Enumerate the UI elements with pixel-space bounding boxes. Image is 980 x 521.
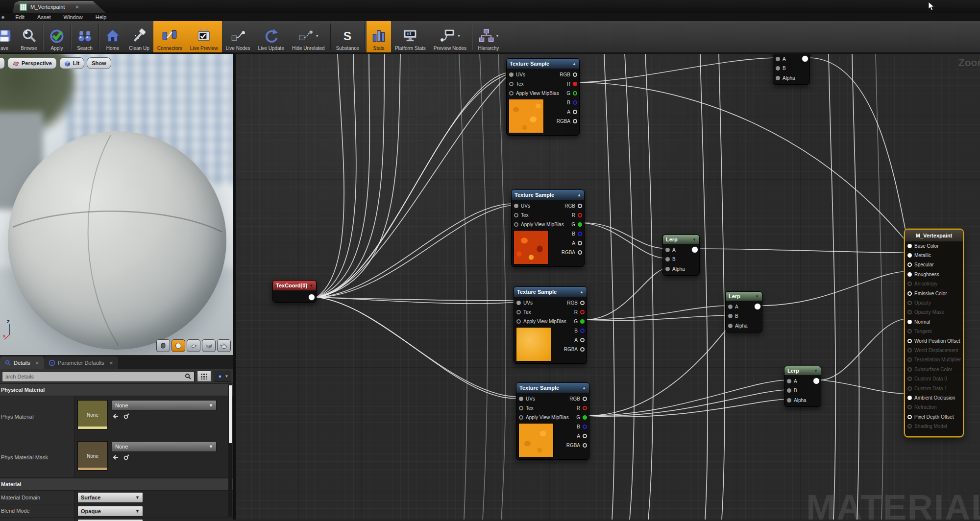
pin-row-rgb[interactable]: RGB [564,202,582,210]
pin-filled[interactable] [573,82,577,86]
pin-hollow[interactable] [907,339,912,343]
pin-hollow[interactable] [583,434,587,438]
node-lerp-4[interactable]: Lerp▼ABAlpha [773,54,810,85]
tab-close-icon[interactable]: ✕ [75,4,79,10]
browse-asset-icon[interactable] [123,454,129,460]
pin-filled[interactable] [776,76,780,80]
pin-row-b[interactable]: B [572,230,582,237]
pin-row-roughness[interactable]: Roughness [907,270,939,278]
toolbar-button-stats[interactable]: Stats [367,21,391,52]
pin-row-apply-view-mipbias[interactable]: Apply View MipBias [519,413,569,421]
pin-filled[interactable] [907,396,912,400]
pin-row-alpha[interactable]: Alpha [728,322,748,330]
pin-disabled[interactable] [907,424,912,428]
node-header[interactable]: Texture Sample▲ [507,59,579,69]
pin-filled[interactable] [665,248,670,252]
pin-row-uvs[interactable]: UVs [514,202,530,210]
pin-hollow[interactable] [578,213,582,217]
pin-row-a[interactable]: A [787,377,797,385]
chevron-down-icon[interactable]: ▼ [457,34,461,38]
pin-hollow[interactable] [516,310,521,314]
pin-row-tex[interactable]: Tex [519,404,534,412]
pin-row-world-displacement[interactable]: World Displacement [907,346,958,354]
preview-shape-sphere-button[interactable] [172,339,185,352]
pin-hollow[interactable] [519,406,523,410]
pin-row-a[interactable]: A [577,432,587,440]
chevron-down-icon[interactable]: ▼ [315,34,319,38]
pin-hollow[interactable] [578,241,582,245]
pin-row-g[interactable]: G [574,317,585,325]
menu-edit[interactable]: Edit [9,14,31,20]
pin-disabled[interactable] [907,405,912,409]
pin-row-tessellation-multiplier[interactable]: Tessellation Multiplier [907,356,961,364]
pin-row-b[interactable]: B [574,327,585,334]
material-graph-canvas[interactable]: MATERIAL TexCoord[0]▼Texture Sample▲UVsT… [236,54,980,520]
chevron-down-icon[interactable]: ▼ [692,237,696,242]
toolbar-button-browse[interactable]: Browse [17,21,41,52]
preview-viewport[interactable]: Perspective Lit Show [0,54,233,355]
pin-hollow[interactable] [516,319,521,324]
node-material-result[interactable]: M_VertexpaintBase ColorMetallicSpecularR… [904,229,964,437]
pin-row-tangent[interactable]: Tangent [907,328,932,335]
pin-row-rgba[interactable]: RGBA [564,345,585,353]
chevron-down-icon[interactable]: ▼ [755,294,759,299]
section-physical-material[interactable]: Physical Material [0,383,233,396]
pin-row-b[interactable]: B [787,387,797,395]
node-header[interactable]: Texture Sample▲ [516,383,589,393]
tab-details[interactable]: Details ✕ [0,356,44,369]
pin-hollow[interactable] [519,415,523,420]
pin-filled[interactable] [787,398,791,403]
pin-disabled[interactable] [907,310,912,314]
search-details-input[interactable]: arch Details [2,371,195,382]
pin-row-opacity[interactable]: Opacity [907,299,931,307]
viewport-options-button[interactable] [0,57,5,69]
collapse-icon[interactable]: ▲ [577,193,581,197]
pin-row-refraction[interactable]: Refraction [907,403,937,411]
pin-row-rgb[interactable]: RGB [560,71,577,78]
output-pin[interactable] [691,246,698,253]
pin-disabled[interactable] [907,377,912,381]
toolbar-button-clean-up[interactable]: Clean Up [125,21,153,52]
pin-row-ambient-occlusion[interactable]: Ambient Occlusion [907,394,955,402]
pin-row-a[interactable]: A [728,303,738,310]
pin-hollow[interactable] [583,397,587,401]
perspective-button[interactable]: Perspective [7,57,57,69]
pin-hollow[interactable] [907,415,912,419]
menu-file[interactable]: e [0,14,9,20]
lit-mode-button[interactable]: Lit [59,57,84,69]
pin-filled[interactable] [665,257,670,261]
pin-hollow[interactable] [583,406,587,410]
pin-disabled[interactable] [907,348,912,353]
pin-row-opacity-mask[interactable]: Opacity Mask [907,308,944,316]
pin-row-base-color[interactable]: Base Color [907,242,938,250]
pin-row-r[interactable]: R [572,211,582,219]
node-lerp-3[interactable]: Lerp▼ABAlpha [784,366,821,407]
collapse-icon[interactable]: ▲ [580,290,584,294]
toolbar-button-hierarchy[interactable]: ▼Hierarchy [474,21,503,52]
pin-filled[interactable] [907,272,912,277]
output-pin[interactable] [813,378,820,384]
chevron-down-icon[interactable]: ▼ [309,284,313,288]
pin-disabled[interactable] [907,282,912,286]
pin-row-custom-data-1[interactable]: Custom Data 1 [907,384,947,392]
use-selected-arrow-icon[interactable] [112,454,119,460]
chevron-down-icon[interactable]: ▼ [495,34,499,38]
pin-filled[interactable] [583,415,587,420]
menu-window[interactable]: Window [57,14,89,20]
pin-hollow[interactable] [578,250,582,255]
show-menu-button[interactable]: Show [87,57,111,69]
tab-parameter-defaults[interactable]: i Parameter Defaults ✕ [44,356,118,369]
node-texture-sample-3[interactable]: Texture Sample▲UVsTexApply View MipBiasR… [514,286,587,364]
toolbar-button-apply[interactable]: Apply [45,21,69,52]
pin-row-tex[interactable]: Tex [514,211,529,219]
pin-row-a[interactable]: A [574,336,585,344]
node-header[interactable]: Texture Sample▲ [512,190,584,200]
pin-row-world-position-offset[interactable]: World Position Offset [907,337,960,345]
pin-row-g[interactable]: G [566,89,577,97]
phys-material-mask-dropdown[interactable]: None▼ [112,441,217,452]
chevron-down-icon[interactable]: ▼ [814,369,818,373]
pin-row-metallic[interactable]: Metallic [907,251,931,259]
toolbar-button-substance[interactable]: SSubstance [332,21,363,52]
pin-row-b[interactable]: B [567,98,577,106]
pin-disabled[interactable] [907,367,912,372]
